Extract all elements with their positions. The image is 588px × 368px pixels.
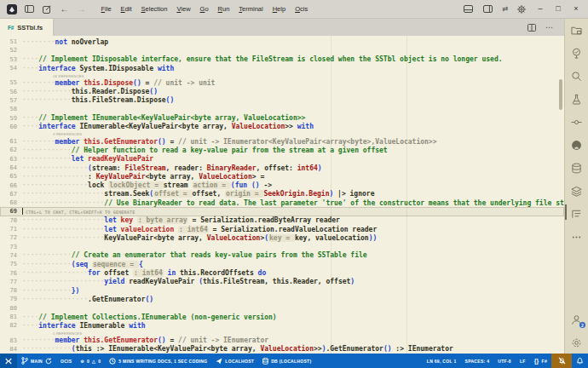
menu-go[interactable]: Go <box>195 1 213 18</box>
menu-view[interactable]: View <box>172 1 195 18</box>
manage-gear-icon[interactable] <box>570 336 583 349</box>
code-line-82[interactable]: 82····interface IEnumerable with <box>0 321 564 330</box>
code-line-56[interactable]: 56············this.Reader.Dispose() <box>0 87 564 95</box>
language-mode-status[interactable]: {} F# <box>530 354 551 368</box>
split-editor-icon[interactable] <box>527 20 536 35</box>
code-line-63[interactable]: 63············let readKeyValuePair <box>0 155 564 164</box>
layout-swap-icon[interactable]: ⇄ <box>502 5 508 13</box>
code-line-84[interactable]: 84············(this :> IEnumerable<KeyVa… <box>0 345 564 354</box>
code-line-74[interactable]: 74············// Create an enumerator th… <box>0 251 564 260</box>
database-status[interactable]: DB (localhost) <box>258 354 315 368</box>
database-icon[interactable] <box>570 162 583 175</box>
code-line-60[interactable]: 60····interface IEnumerable<KeyValuePair… <box>0 123 564 131</box>
cursor-position-status[interactable]: Ln 69, Col 1 <box>423 354 461 368</box>
code-text: ············// Helper function to read a… <box>22 147 388 154</box>
account-icon[interactable]: 2 <box>570 313 583 326</box>
menu-file[interactable]: File <box>96 1 116 18</box>
paper-plane-icon <box>216 358 222 365</box>
eol-status[interactable]: LF <box>516 354 530 368</box>
codelens-references[interactable]: 18 References <box>0 72 564 78</box>
menu-ocis[interactable]: Ocis <box>291 1 313 18</box>
code-line-83[interactable]: 83········member this.GetEnumerator() = … <box>0 336 564 345</box>
code-line-54[interactable]: 54····interface System.IDisposable with <box>0 64 564 72</box>
line-number: 55 <box>0 79 17 86</box>
code-line-62[interactable]: 62············// Helper function to read… <box>0 146 564 154</box>
toggle-sidebar-icon[interactable] <box>23 3 35 15</box>
code-line-67[interactable]: 67····················stream.Seek(offset… <box>0 190 564 198</box>
warnings-count: 0 <box>98 358 101 364</box>
branch-name: main <box>31 358 43 364</box>
problems-status[interactable]: ⊘ 0 △ 0 <box>76 354 105 368</box>
code-line-51[interactable]: 51········not noOverlap <box>0 37 564 46</box>
code-line-52[interactable]: 52 <box>0 46 564 55</box>
explorer-icon[interactable] <box>570 24 583 37</box>
code-line-61[interactable]: 61········member this.GetEnumerator() = … <box>0 137 564 146</box>
code-line-72[interactable]: 72····················KeyValuePair<byte … <box>0 233 564 242</box>
verified-tree-icon[interactable] <box>570 47 583 60</box>
code-editor[interactable]: 51········not noOverlap5253····// Implem… <box>0 36 564 354</box>
menu-run[interactable]: Run <box>213 1 234 18</box>
codelens-references[interactable]: 3 References <box>0 131 564 137</box>
code-text: ····················yield readKeyValuePa… <box>22 278 355 285</box>
testing-beaker-icon[interactable] <box>570 93 583 106</box>
tab-sstbl-fs[interactable]: F# SSTbl.fs <box>0 19 54 36</box>
code-line-65[interactable]: 65················: KeyValuePair<byte ar… <box>0 172 564 181</box>
toggle-panel-icon[interactable] <box>463 3 475 15</box>
time-tracker-status[interactable]: 5 mins Writing Docs, 1 sec Coding <box>105 354 211 368</box>
back-arrow-icon[interactable]: ← <box>59 5 70 14</box>
menu-terminal[interactable]: Terminal <box>234 1 268 18</box>
code-line-73[interactable]: 73 <box>0 243 564 251</box>
code-line-53[interactable]: 53····// Implement IDisposable interface… <box>0 55 564 64</box>
code-line-80[interactable]: 80 <box>0 304 564 313</box>
more-views-icon[interactable] <box>570 231 583 244</box>
commit-node-icon[interactable] <box>570 116 583 129</box>
menu-edit[interactable]: Edit <box>116 1 136 18</box>
menu-selection[interactable]: Selection <box>136 1 172 18</box>
project-status[interactable]: Ocis <box>56 354 76 368</box>
settings-gear-icon[interactable] <box>516 3 527 15</box>
line-number: 62 <box>0 147 17 153</box>
code-line-58[interactable]: 58 <box>0 105 564 113</box>
code-line-55[interactable]: 55········member this.Dispose() = // uni… <box>0 78 564 87</box>
code-line-75[interactable]: 75············(seq sequence = { <box>0 260 564 268</box>
forward-arrow-icon[interactable]: → <box>76 5 87 14</box>
code-line-77[interactable]: 77····················yield readKeyValue… <box>0 278 564 286</box>
search-icon[interactable] <box>570 70 583 83</box>
line-number: 70 <box>0 217 17 224</box>
live-server-status[interactable]: localhost <box>211 354 258 368</box>
github-icon[interactable] <box>570 139 583 152</box>
more-actions-icon[interactable]: ⋯ <box>545 24 554 32</box>
encoding-status[interactable]: UTF-8 <box>493 354 516 368</box>
active-view-indicator <box>565 204 567 220</box>
code-line-79[interactable]: 79················.GetEnumerator() <box>0 295 564 303</box>
minimize-button[interactable]: – <box>535 5 545 13</box>
code-line-59[interactable]: 59····// Implement IEnumerable<KeyValueP… <box>0 113 564 122</box>
toggle-secondary-sidebar-icon[interactable] <box>482 3 494 15</box>
menu-help[interactable]: Help <box>268 1 290 18</box>
codelens-references[interactable]: 1 References <box>0 331 564 336</box>
vertical-scrollbar[interactable] <box>559 79 562 110</box>
code-line-57[interactable]: 57············this.FileStream.Dispose() <box>0 96 564 105</box>
maximize-button[interactable]: □ <box>553 5 563 13</box>
notifications-muted-status[interactable] <box>551 354 572 368</box>
code-text: ····················let key : byte array… <box>22 216 340 224</box>
code-line-66[interactable]: 66················lock lockObject = stre… <box>0 181 564 189</box>
line-number: 80 <box>0 305 17 312</box>
code-line-81[interactable]: 81····// Implement Collections.IEnumerab… <box>0 313 564 321</box>
notifications-bell[interactable] <box>572 354 588 368</box>
code-line-76[interactable]: 76················for offset : int64 in … <box>0 268 564 277</box>
code-line-68[interactable]: 68····················// Use BinaryReade… <box>0 198 564 207</box>
layers-icon[interactable] <box>570 185 583 198</box>
outline-list-icon[interactable] <box>570 208 583 221</box>
remote-indicator[interactable] <box>0 354 17 368</box>
code-line-78[interactable]: 78············}) <box>0 286 564 295</box>
indentation-status[interactable]: Spaces: 4 <box>461 354 494 368</box>
code-line-69[interactable]: 69Ctrl+L to chat, Ctrl+Shift+K to genera… <box>0 207 564 216</box>
new-compose-icon[interactable] <box>41 3 53 15</box>
code-line-71[interactable]: 71····················let valueLocation … <box>0 225 564 233</box>
code-line-70[interactable]: 70····················let key : byte arr… <box>0 216 564 225</box>
git-branch-status[interactable]: main <box>17 354 56 368</box>
code-line-64[interactable]: 64················(stream: FileStream, r… <box>0 164 564 172</box>
line-number: 67 <box>0 191 17 198</box>
close-button[interactable]: × <box>571 5 581 13</box>
